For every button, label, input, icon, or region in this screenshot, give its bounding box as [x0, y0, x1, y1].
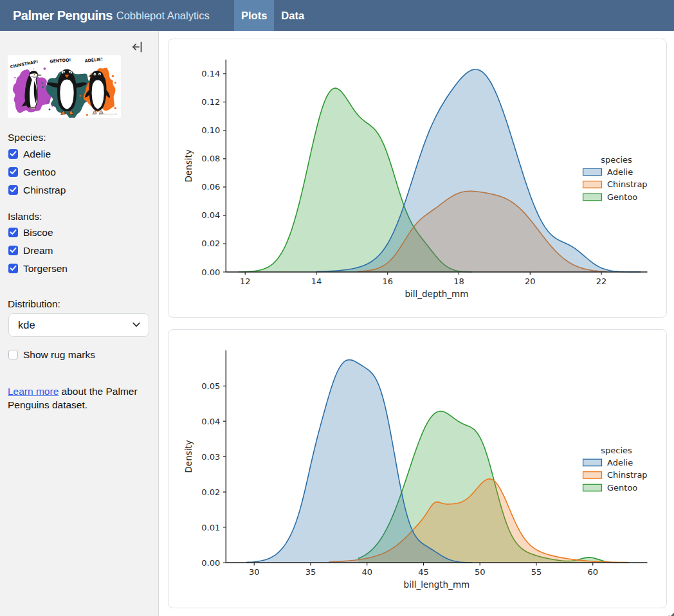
- learn-more-text: Learn more about the Palmer Penguins dat…: [8, 385, 140, 412]
- app-title: Palmer Penguins: [13, 8, 113, 23]
- checkbox-checked-icon: [8, 149, 18, 159]
- checkbox-checked-icon: [8, 246, 18, 255]
- legend-label-chinstrap: Chinstrap: [607, 470, 648, 480]
- y-tick-label: 0.06: [201, 182, 220, 192]
- checkbox-island-torgersen[interactable]: Torgersen: [8, 264, 68, 273]
- legend-label-adelie: Adelie: [607, 167, 633, 177]
- x-tick-label: 30: [249, 567, 260, 577]
- main-content: 1214161820220.000.020.040.060.080.100.12…: [159, 31, 674, 616]
- checkbox-checked-icon: [8, 228, 18, 237]
- x-tick-label: 55: [531, 567, 542, 577]
- y-tick-label: 0.02: [201, 239, 220, 248]
- x-tick-label: 12: [240, 276, 251, 286]
- checkbox-label-biscoe: Biscoe: [23, 227, 53, 239]
- y-tick-label: 0.00: [201, 558, 220, 568]
- x-axis-label: bill_depth_mm: [405, 289, 468, 299]
- x-tick-label: 22: [596, 276, 607, 286]
- legend-patch-chinstrap: [583, 472, 602, 479]
- y-tick-label: 0.04: [201, 417, 220, 426]
- x-tick-label: 50: [475, 567, 486, 577]
- x-tick-label: 60: [587, 567, 598, 577]
- checkbox-label-dream: Dream: [23, 245, 53, 257]
- checkbox-species-chinstrap[interactable]: Chinstrap: [8, 185, 66, 195]
- card-bill-length-plot: 303540455055600.000.010.020.030.040.05bi…: [168, 329, 667, 608]
- y-tick-label: 0.08: [201, 154, 220, 163]
- tab-data[interactable]: Data: [274, 0, 311, 31]
- legend-title: species: [601, 446, 632, 455]
- checkbox-label-torgersen: Torgersen: [23, 263, 68, 275]
- legend-label-chinstrap: Chinstrap: [607, 179, 648, 189]
- y-axis-label: Density: [183, 149, 194, 182]
- checkbox-checked-icon: [8, 185, 18, 195]
- y-tick-label: 0.12: [201, 97, 220, 107]
- checkbox-island-biscoe[interactable]: Biscoe: [8, 228, 53, 237]
- x-tick-label: 14: [311, 276, 322, 286]
- distribution-select[interactable]: kde: [8, 313, 149, 337]
- sidebar-collapse-button[interactable]: [130, 40, 145, 54]
- brand: Palmer Penguins Cobblepot Analytics: [13, 0, 210, 31]
- islands-group-label: Islands:: [8, 211, 42, 222]
- y-tick-label: 0.05: [201, 381, 220, 391]
- checkbox-label-gentoo: Gentoo: [23, 167, 56, 178]
- sidebar: CHINSTRAP! GENTOO! ADÉLIE! allison_horst…: [0, 31, 159, 616]
- y-tick-label: 0.14: [201, 69, 220, 78]
- legend-patch-adelie: [583, 168, 602, 176]
- card-bill-depth-plot: 1214161820220.000.020.040.060.080.100.12…: [168, 39, 667, 318]
- species-group-label: Species:: [8, 132, 46, 143]
- checkbox-island-dream[interactable]: Dream: [8, 246, 53, 255]
- checkbox-label-chinstrap: Chinstrap: [23, 185, 66, 196]
- kde-plot-bill-depth: 1214161820220.000.020.040.060.080.100.12…: [168, 39, 667, 318]
- y-tick-label: 0.04: [201, 210, 220, 220]
- y-tick-label: 0.01: [201, 523, 220, 532]
- legend-patch-chinstrap: [583, 181, 602, 188]
- tab-plots[interactable]: Plots: [234, 0, 274, 31]
- checkbox-species-adelie[interactable]: Adelie: [8, 149, 51, 159]
- y-tick-label: 0.10: [201, 125, 220, 135]
- checkbox-checked-icon: [8, 264, 18, 273]
- y-axis-label: Density: [183, 440, 194, 473]
- x-tick-label: 16: [382, 276, 393, 286]
- nav-tabs: Plots Data: [234, 0, 311, 31]
- app-subtitle: Cobblepot Analytics: [116, 10, 210, 22]
- y-tick-label: 0.00: [201, 267, 220, 277]
- legend-label-gentoo: Gentoo: [607, 192, 637, 202]
- kde-plot-bill-length: 303540455055600.000.010.020.030.040.05bi…: [168, 330, 667, 608]
- legend-patch-gentoo: [583, 194, 602, 201]
- penguins-artwork: CHINSTRAP! GENTOO! ADÉLIE! allison_horst: [8, 55, 121, 118]
- x-tick-label: 35: [305, 567, 316, 577]
- legend-label-gentoo: Gentoo: [607, 483, 637, 493]
- resize-grip-icon[interactable]: [666, 608, 674, 616]
- x-tick-label: 20: [525, 276, 536, 286]
- checkbox-checked-icon: [8, 167, 18, 177]
- distribution-label: Distribution:: [8, 298, 60, 310]
- checkbox-show-rug-marks[interactable]: Show rug marks: [8, 350, 95, 359]
- x-tick-label: 18: [453, 276, 464, 286]
- x-tick-label: 45: [418, 567, 429, 577]
- legend-title: species: [601, 155, 632, 165]
- arrow-bar-left-icon: [130, 40, 145, 54]
- learn-more-link[interactable]: Learn more: [8, 386, 59, 397]
- y-tick-label: 0.03: [201, 452, 220, 462]
- checkbox-species-gentoo[interactable]: Gentoo: [8, 167, 56, 177]
- x-axis-label: bill_length_mm: [404, 579, 470, 590]
- x-tick-label: 40: [361, 567, 372, 577]
- navbar: Palmer Penguins Cobblepot Analytics Plot…: [0, 0, 674, 31]
- chevron-down-icon: [132, 322, 140, 327]
- legend-patch-gentoo: [583, 484, 602, 491]
- checkbox-unchecked-icon: [8, 350, 18, 359]
- legend-patch-adelie: [583, 459, 602, 466]
- distribution-select-value: kde: [18, 319, 35, 331]
- y-tick-label: 0.02: [201, 487, 220, 497]
- legend-label-adelie: Adelie: [607, 458, 633, 467]
- checkbox-label-adelie: Adelie: [23, 149, 51, 160]
- checkbox-label-show-rug-marks: Show rug marks: [23, 349, 95, 361]
- artwork-signature: allison_horst: [100, 113, 118, 116]
